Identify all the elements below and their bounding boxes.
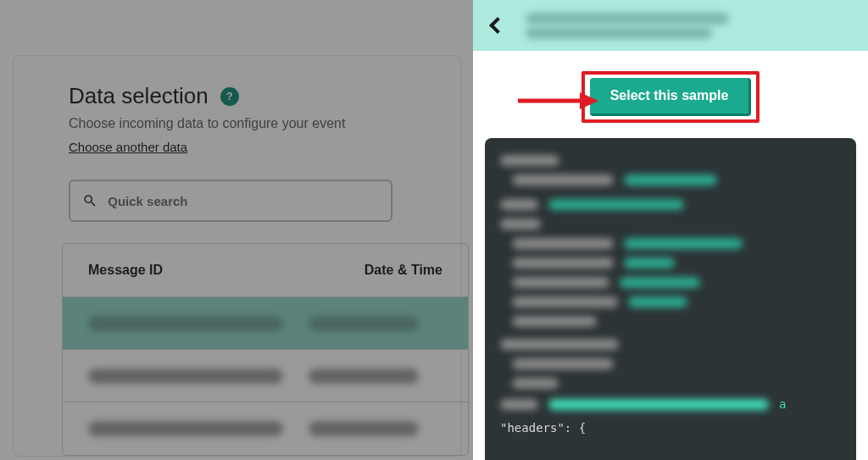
redacted-text	[88, 421, 283, 436]
table-row[interactable]	[63, 297, 468, 350]
code-preview: a "headers": {	[485, 138, 856, 460]
redacted-text	[88, 316, 283, 331]
help-icon[interactable]: ?	[220, 87, 239, 106]
data-selection-panel: Data selection ? Choose incoming data to…	[13, 55, 462, 457]
code-line-headers: "headers": {	[500, 421, 841, 435]
redacted-text	[88, 369, 283, 384]
data-table: Message ID Date & Time	[62, 243, 469, 456]
back-button[interactable]	[485, 13, 510, 38]
annotation-highlight: Select this sample	[581, 71, 760, 123]
redacted-text	[309, 421, 419, 436]
redacted-text	[309, 316, 419, 331]
search-icon	[82, 192, 97, 209]
search-box[interactable]	[69, 180, 392, 222]
redacted-text	[309, 369, 419, 384]
table-row[interactable]	[63, 350, 468, 402]
column-message-id: Message ID	[88, 263, 364, 278]
table-header: Message ID Date & Time	[63, 244, 468, 297]
page-subtitle: Choose incoming data to configure your e…	[69, 116, 427, 131]
chevron-left-icon	[489, 17, 506, 34]
table-row[interactable]	[63, 402, 468, 455]
search-input[interactable]	[108, 194, 379, 208]
drawer-header	[473, 0, 868, 51]
column-date-time: Date & Time	[364, 263, 442, 278]
select-sample-button[interactable]: Select this sample	[590, 78, 752, 116]
sample-drawer: Select this sample a "headers": {	[473, 0, 868, 460]
page-title: Data selection	[69, 83, 209, 109]
redacted-title	[526, 10, 856, 42]
choose-another-data-link[interactable]: Choose another data	[69, 140, 187, 154]
